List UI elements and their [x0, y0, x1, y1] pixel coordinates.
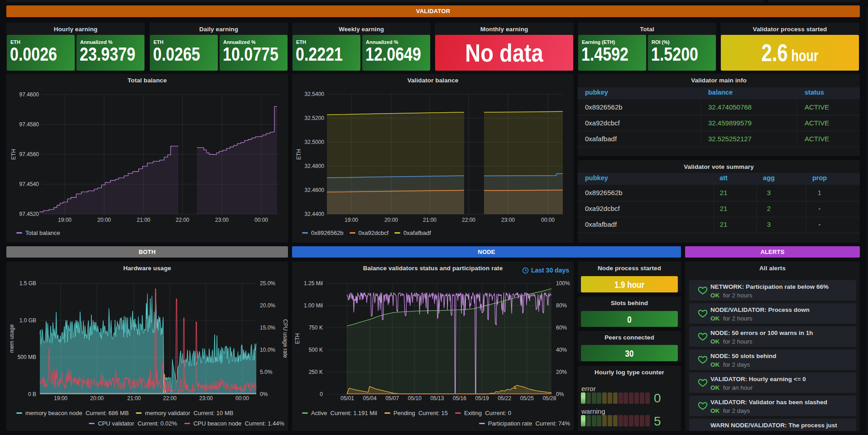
svg-text:32.5000: 32.5000: [305, 139, 325, 145]
svg-text:05/22: 05/22: [498, 395, 511, 402]
svg-text:32.4600: 32.4600: [305, 187, 325, 193]
svg-text:97.4540: 97.4540: [19, 181, 39, 187]
svg-text:32.5400: 32.5400: [305, 91, 325, 97]
svg-text:22:00: 22:00: [176, 217, 189, 223]
svg-text:0: 0: [320, 391, 323, 397]
svg-text:20.0%: 20.0%: [260, 302, 275, 309]
svg-text:ETH: ETH: [10, 149, 17, 160]
svg-text:mem usage: mem usage: [9, 324, 15, 353]
svg-text:20:00: 20:00: [384, 217, 398, 223]
svg-text:05/28: 05/28: [542, 395, 556, 402]
svg-text:22:00: 22:00: [462, 217, 475, 223]
svg-text:19:00: 19:00: [345, 217, 358, 223]
svg-text:97.4600: 97.4600: [19, 91, 39, 98]
svg-text:750 K: 750 K: [309, 325, 323, 331]
svg-text:19:00: 19:00: [54, 395, 67, 402]
svg-text:05/01: 05/01: [340, 395, 354, 402]
svg-text:32.5200: 32.5200: [305, 115, 325, 121]
svg-text:19:00: 19:00: [58, 217, 72, 223]
svg-text:32.4800: 32.4800: [305, 163, 325, 169]
svg-text:100%: 100%: [556, 280, 570, 287]
svg-text:00:00: 00:00: [541, 217, 555, 223]
svg-text:20%: 20%: [556, 369, 567, 375]
svg-text:05/19: 05/19: [475, 395, 489, 402]
svg-text:500 K: 500 K: [309, 347, 323, 353]
svg-text:0 B: 0 B: [28, 391, 36, 397]
svg-text:97.4520: 97.4520: [19, 211, 39, 217]
svg-text:1.5 GB: 1.5 GB: [19, 280, 36, 287]
svg-text:250 K: 250 K: [309, 369, 323, 375]
svg-text:1.0 GB: 1.0 GB: [19, 317, 36, 324]
svg-text:00:00: 00:00: [254, 217, 268, 223]
svg-text:22:00: 22:00: [163, 395, 177, 402]
svg-text:60%: 60%: [556, 325, 567, 331]
svg-text:97.4560: 97.4560: [19, 151, 39, 158]
svg-text:20:00: 20:00: [97, 217, 111, 223]
svg-text:5.0%: 5.0%: [260, 369, 273, 375]
svg-text:21:00: 21:00: [423, 217, 436, 223]
svg-text:21:00: 21:00: [127, 395, 141, 402]
svg-text:80%: 80%: [556, 302, 567, 309]
svg-text:05/13: 05/13: [430, 395, 444, 402]
svg-text:05/07: 05/07: [385, 395, 399, 402]
svg-text:15.0%: 15.0%: [260, 325, 275, 331]
svg-text:1.00 Mil: 1.00 Mil: [304, 302, 323, 309]
svg-text:20:00: 20:00: [90, 395, 104, 402]
svg-text:1.25 Mil: 1.25 Mil: [304, 280, 323, 287]
svg-text:40%: 40%: [556, 347, 567, 353]
svg-text:23:00: 23:00: [199, 395, 213, 402]
svg-text:05/10: 05/10: [408, 395, 422, 402]
svg-text:97.4580: 97.4580: [19, 121, 39, 128]
svg-text:0%: 0%: [556, 391, 564, 397]
svg-text:23:00: 23:00: [215, 217, 229, 223]
svg-text:00:00: 00:00: [235, 395, 249, 402]
svg-text:25.0%: 25.0%: [260, 280, 275, 287]
svg-text:0%: 0%: [260, 391, 268, 397]
svg-text:ETH: ETH: [296, 149, 302, 160]
svg-text:05/16: 05/16: [453, 395, 466, 402]
svg-text:10.0%: 10.0%: [260, 347, 275, 353]
svg-text:05/04: 05/04: [363, 395, 377, 402]
svg-text:500 MB: 500 MB: [18, 354, 36, 360]
svg-text:32.4400: 32.4400: [305, 211, 325, 217]
svg-text:05/25: 05/25: [520, 395, 534, 402]
svg-text:ETH: ETH: [294, 333, 301, 344]
svg-text:21:00: 21:00: [137, 217, 150, 223]
svg-text:CPU usage rate: CPU usage rate: [282, 319, 288, 358]
svg-text:23:00: 23:00: [501, 217, 515, 223]
